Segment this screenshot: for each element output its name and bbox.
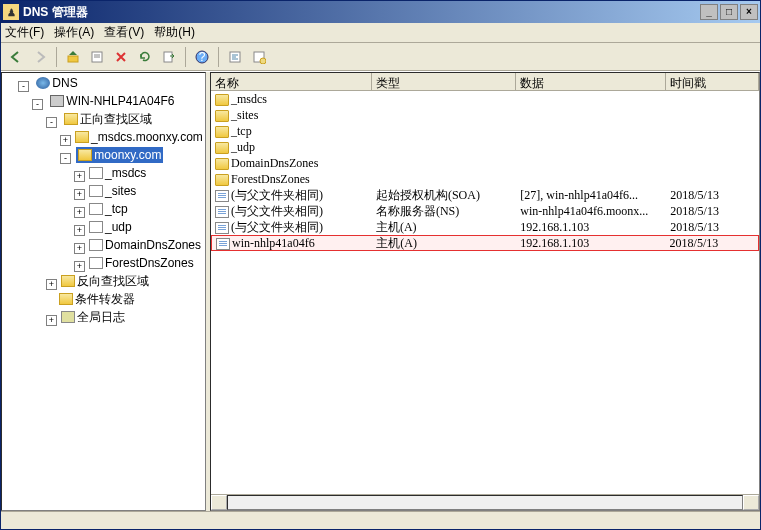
expand-toggle[interactable]: + <box>46 279 57 290</box>
tree-zone-selected[interactable]: moonxy.com <box>76 147 163 163</box>
record-icon <box>89 185 103 197</box>
tree-global-log[interactable]: 全局日志 <box>59 309 127 325</box>
tree-label: WIN-NHLP41A04F6 <box>66 93 174 109</box>
table-row[interactable]: _tcp <box>211 123 759 139</box>
expand-toggle[interactable]: + <box>60 135 71 146</box>
server-icon <box>50 95 64 107</box>
expand-toggle[interactable]: + <box>46 315 57 326</box>
cell-name: (与父文件夹相同) <box>211 203 372 220</box>
dns-icon <box>36 77 50 89</box>
table-row[interactable]: _udp <box>211 139 759 155</box>
scroll-left-button[interactable] <box>211 495 227 510</box>
tree-subfolder[interactable]: ForestDnsZones <box>87 255 196 271</box>
expand-toggle[interactable]: + <box>74 243 85 254</box>
svg-point-12 <box>260 58 266 64</box>
maximize-button[interactable]: □ <box>720 4 738 20</box>
tree-subfolder[interactable]: _tcp <box>87 201 130 217</box>
tree-label: _msdcs <box>105 165 146 181</box>
table-row[interactable]: DomainDnsZones <box>211 155 759 171</box>
cell-name: _udp <box>211 140 372 155</box>
export-button[interactable] <box>158 46 180 68</box>
table-row[interactable]: (与父文件夹相同)起始授权机构(SOA)[27], win-nhlp41a04f… <box>211 187 759 203</box>
menu-action[interactable]: 操作(A) <box>54 24 94 41</box>
cell-name: _sites <box>211 108 372 123</box>
cell-data: win-nhlp41a04f6.moonx... <box>516 204 666 219</box>
refresh-button[interactable] <box>134 46 156 68</box>
col-type[interactable]: 类型 <box>372 73 516 90</box>
forward-button[interactable] <box>29 46 51 68</box>
cell-type: 主机(A) <box>372 235 516 252</box>
minimize-button[interactable]: _ <box>700 4 718 20</box>
expand-toggle[interactable]: + <box>74 171 85 182</box>
scroll-track[interactable] <box>227 495 743 510</box>
list-header: 名称 类型 数据 时间戳 <box>211 73 759 91</box>
folder-icon <box>78 149 92 161</box>
expand-toggle[interactable]: + <box>74 189 85 200</box>
menu-help[interactable]: 帮助(H) <box>154 24 195 41</box>
expand-toggle[interactable]: - <box>18 81 29 92</box>
list-body[interactable]: _msdcs_sites_tcp_udpDomainDnsZonesForest… <box>211 91 759 494</box>
expand-toggle[interactable]: - <box>60 153 71 164</box>
help-button[interactable]: ? <box>191 46 213 68</box>
expand-toggle[interactable]: + <box>74 225 85 236</box>
window-title: DNS 管理器 <box>23 4 698 21</box>
tree-label: 全局日志 <box>77 309 125 325</box>
folder-icon <box>64 113 78 125</box>
new-record-button[interactable] <box>248 46 270 68</box>
log-icon <box>61 311 75 323</box>
menu-file[interactable]: 文件(F) <box>5 24 44 41</box>
tree-conditional-fwd[interactable]: 条件转发器 <box>57 291 137 307</box>
folder-icon <box>61 275 75 287</box>
cell-type: 主机(A) <box>372 219 516 236</box>
tree-label: _sites <box>105 183 136 199</box>
table-row[interactable]: ForestDnsZones <box>211 171 759 187</box>
tree-label: DomainDnsZones <box>105 237 201 253</box>
cell-ts: 2018/5/13 <box>666 188 759 203</box>
folder-icon <box>75 131 89 143</box>
col-data[interactable]: 数据 <box>516 73 666 90</box>
table-row[interactable]: (与父文件夹相同)名称服务器(NS)win-nhlp41a04f6.moonx.… <box>211 203 759 219</box>
tree-zone[interactable]: _msdcs.moonxy.com <box>73 129 205 145</box>
table-row[interactable]: win-nhlp41a04f6主机(A)192.168.1.1032018/5/… <box>211 235 759 251</box>
tree-forward-zones[interactable]: 正向查找区域 <box>62 111 154 127</box>
tree-subfolder[interactable]: _msdcs <box>87 165 148 181</box>
tree-pane[interactable]: - DNS - WIN-NHLP41A04F6 - 正向查找区域 +_msdcs… <box>1 72 206 511</box>
menu-view[interactable]: 查看(V) <box>104 24 144 41</box>
expand-toggle[interactable]: - <box>32 99 43 110</box>
tree-label: 正向查找区域 <box>80 111 152 127</box>
expand-toggle[interactable]: - <box>46 117 57 128</box>
col-ts[interactable]: 时间戳 <box>666 73 759 90</box>
toolbar-separator <box>185 47 186 67</box>
filter-button[interactable] <box>224 46 246 68</box>
tree-root[interactable]: DNS <box>34 75 79 91</box>
tree-server[interactable]: WIN-NHLP41A04F6 <box>48 93 176 109</box>
folder-icon <box>215 142 229 154</box>
cell-ts: 2018/5/13 <box>666 204 759 219</box>
folder-icon <box>215 158 229 170</box>
up-button[interactable] <box>62 46 84 68</box>
table-row[interactable]: _sites <box>211 107 759 123</box>
expand-toggle[interactable]: + <box>74 207 85 218</box>
scroll-right-button[interactable] <box>743 495 759 510</box>
expand-toggle[interactable]: + <box>74 261 85 272</box>
folder-icon <box>215 126 229 138</box>
record-icon <box>89 167 103 179</box>
record-icon <box>215 190 229 202</box>
table-row[interactable]: _msdcs <box>211 91 759 107</box>
toolbar-separator <box>218 47 219 67</box>
close-button[interactable]: × <box>740 4 758 20</box>
tree-subfolder[interactable]: DomainDnsZones <box>87 237 203 253</box>
properties-button[interactable] <box>86 46 108 68</box>
horizontal-scrollbar[interactable] <box>211 494 759 510</box>
title-bar: ♟ DNS 管理器 _ □ × <box>1 1 760 23</box>
back-button[interactable] <box>5 46 27 68</box>
table-row[interactable]: (与父文件夹相同)主机(A)192.168.1.1032018/5/13 <box>211 219 759 235</box>
tree-reverse-zones[interactable]: 反向查找区域 <box>59 273 151 289</box>
cell-type: 名称服务器(NS) <box>372 203 516 220</box>
cell-data: 192.168.1.103 <box>516 220 666 235</box>
col-name[interactable]: 名称 <box>211 73 372 90</box>
tree-label: moonxy.com <box>94 147 161 163</box>
delete-button[interactable] <box>110 46 132 68</box>
tree-subfolder[interactable]: _udp <box>87 219 134 235</box>
tree-subfolder[interactable]: _sites <box>87 183 138 199</box>
